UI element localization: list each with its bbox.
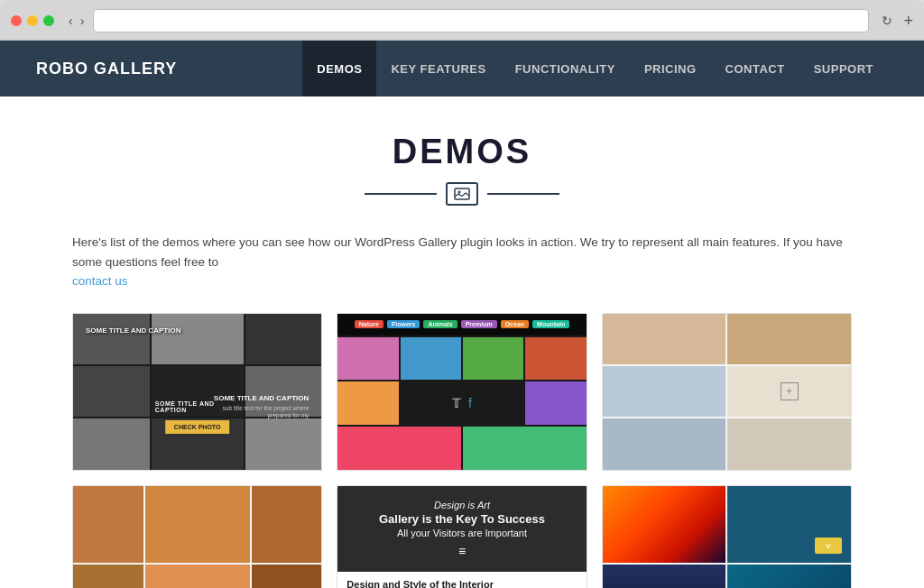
- nav-item-pricing[interactable]: PRICING: [630, 41, 711, 96]
- new-tab-button[interactable]: +: [903, 13, 913, 29]
- card2-header: Nature Flowers Animals Premium Ocean Mou…: [337, 314, 586, 335]
- card5-line2: Gallery is the Key To Success: [379, 512, 545, 526]
- card5-overlay: Design is Art Gallery is the Key To Succ…: [370, 491, 554, 567]
- vimeo-badge: V: [815, 537, 842, 554]
- gallery-card-5[interactable]: Design is Art Gallery is the Key To Succ…: [337, 485, 587, 588]
- page-description: Here's list of the demos where you can s…: [72, 233, 852, 291]
- gallery-card-4[interactable]: ▶: [72, 485, 322, 588]
- card5-dots: ≡: [379, 544, 545, 558]
- gallery-card-1[interactable]: Some Title And Caption Some Title And Ca…: [72, 313, 322, 471]
- gallery-card-6[interactable]: V: [602, 485, 852, 588]
- title-line-left: [365, 193, 437, 195]
- address-bar[interactable]: [93, 9, 869, 32]
- page-body: DEMOS Here's list of the demos where: [0, 96, 924, 588]
- reload-button[interactable]: ↻: [882, 14, 892, 28]
- site-logo: ROBO GALLERY: [36, 60, 302, 78]
- gallery-grid: Some Title And Caption Some Title And Ca…: [72, 313, 852, 588]
- title-line-right: [487, 193, 559, 195]
- filter-tag-6[interactable]: Mountain: [532, 320, 569, 328]
- gallery-card-3[interactable]: +: [602, 313, 852, 471]
- filter-tag-4[interactable]: Premium: [461, 320, 497, 328]
- filter-tag-5[interactable]: Ocean: [501, 320, 529, 328]
- page-title: DEMOS: [72, 133, 852, 171]
- traffic-lights: [11, 15, 54, 26]
- contact-link[interactable]: contact us: [72, 274, 128, 288]
- twitter-icon: 𝕋: [452, 396, 461, 410]
- fullscreen-button[interactable]: [43, 15, 54, 26]
- back-button[interactable]: ‹: [67, 14, 75, 28]
- card1-title: Some Title And Caption: [86, 326, 180, 335]
- card5-line3: All your Visitors are Important: [379, 528, 545, 538]
- minimize-button[interactable]: [27, 15, 38, 26]
- nav-item-demos[interactable]: DEMOS: [302, 41, 376, 96]
- site-header: ROBO GALLERY DEMOS KEY FEATURES FUNCTION…: [0, 41, 924, 96]
- site-content: ROBO GALLERY DEMOS KEY FEATURES FUNCTION…: [0, 41, 924, 588]
- title-decoration: [72, 182, 852, 206]
- filter-tag-2[interactable]: Flowers: [387, 320, 420, 328]
- card5-content-title: Design and Style of the Interior: [346, 579, 577, 588]
- browser-nav-buttons: ‹ ›: [67, 14, 86, 28]
- nav-item-contact[interactable]: CONTACT: [711, 41, 799, 96]
- browser-chrome: ‹ › ↻ +: [0, 0, 924, 41]
- card1-overlay-text: Some Title And Caption sub title text fo…: [200, 394, 309, 420]
- gallery-card-2[interactable]: Nature Flowers Animals Premium Ocean Mou…: [337, 313, 587, 471]
- card5-image: Design is Art Gallery is the Key To Succ…: [337, 486, 586, 572]
- card5-line1: Design is Art: [379, 500, 545, 510]
- svg-point-1: [458, 191, 461, 194]
- nav-item-key-features[interactable]: KEY FEATURES: [376, 41, 500, 96]
- check-photo-button[interactable]: Check Photo: [165, 420, 230, 434]
- nav-item-functionality[interactable]: FUNCTIONALITY: [501, 41, 630, 96]
- site-nav: DEMOS KEY FEATURES FUNCTIONALITY PRICING…: [302, 41, 888, 96]
- facebook-icon: f: [468, 396, 472, 410]
- filter-tag-3[interactable]: Animals: [423, 320, 457, 328]
- browser-window: ‹ › ↻ + ROBO GALLERY DEMOS KEY FEATURES …: [0, 0, 924, 588]
- filter-tag-1[interactable]: Nature: [355, 320, 383, 328]
- gallery-icon: [446, 182, 478, 206]
- nav-item-support[interactable]: SUPPORT: [799, 41, 888, 96]
- close-button[interactable]: [11, 15, 22, 26]
- page-title-section: DEMOS: [72, 133, 852, 206]
- forward-button[interactable]: ›: [79, 14, 87, 28]
- card5-content: Design and Style of the Interior Modern …: [337, 572, 586, 588]
